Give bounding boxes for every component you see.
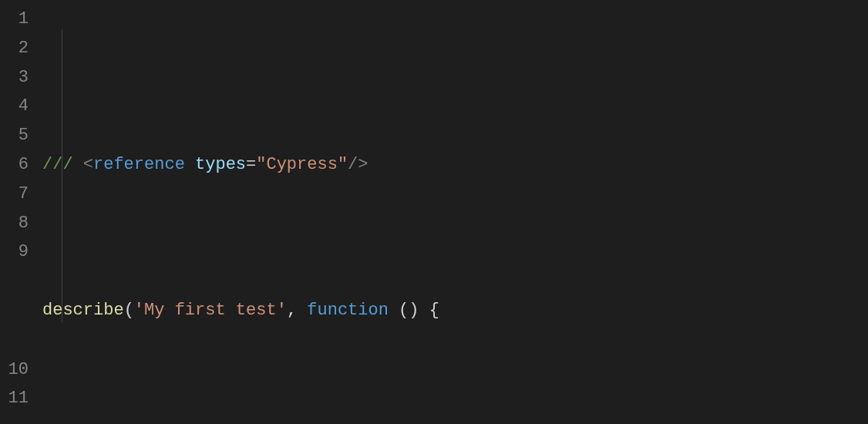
line-number: 11: [0, 384, 29, 413]
line-number: 6: [0, 150, 29, 180]
line-number: 5: [0, 121, 29, 150]
tag-name: reference: [93, 155, 185, 174]
brace: () {: [389, 301, 439, 320]
paren: (: [124, 301, 134, 320]
line-number: 8: [0, 209, 29, 238]
angle-bracket: />: [348, 155, 368, 174]
line-number: 1: [0, 5, 29, 34]
attr-value: "Cypress": [256, 155, 348, 174]
string-literal: 'My first test': [134, 301, 287, 320]
attr-name: types: [195, 155, 246, 174]
line-number: 7: [0, 180, 29, 209]
function-call: describe: [42, 301, 124, 320]
line-number: 3: [0, 63, 29, 93]
line-number: 9: [0, 237, 29, 355]
space: [185, 155, 195, 174]
code-editor[interactable]: 1 2 3 4 5 6 7 8 9 10 11 /// <reference t…: [0, 0, 868, 424]
line-number-gutter: 1 2 3 4 5 6 7 8 9 10 11: [0, 0, 42, 424]
code-area[interactable]: /// <reference types="Cypress"/> describ…: [42, 0, 868, 424]
angle-bracket: <: [83, 155, 93, 174]
code-line[interactable]: describe('My first test', function () {: [42, 296, 868, 325]
equals: =: [246, 155, 256, 174]
keyword-function: function: [307, 301, 389, 320]
line-number: 2: [0, 34, 29, 63]
line-number: 10: [0, 355, 29, 385]
comma: ,: [287, 301, 307, 320]
comment-slashes: ///: [42, 155, 83, 174]
line-number: 4: [0, 92, 29, 121]
code-line[interactable]: /// <reference types="Cypress"/>: [42, 150, 868, 180]
